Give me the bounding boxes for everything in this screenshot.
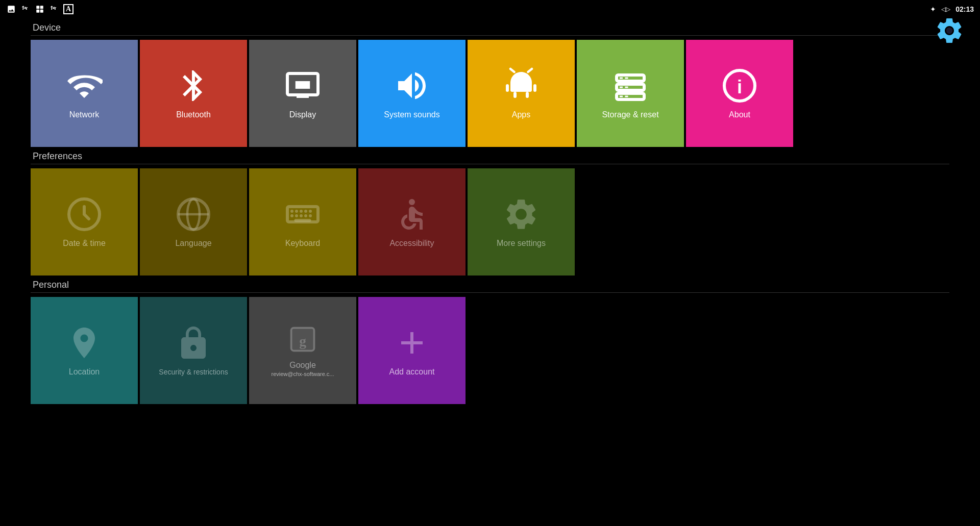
photo-icon (6, 4, 16, 14)
display-icon (284, 67, 321, 104)
gear-overlay (934, 15, 965, 46)
svg-text:g: g (299, 333, 306, 349)
google-sublabel: review@chx-software.c... (271, 371, 334, 377)
svg-rect-13 (506, 84, 509, 92)
time-display: 02:13 (955, 5, 974, 13)
app-icon (35, 4, 45, 14)
usb-icon (20, 4, 31, 14)
apps-label: Apps (512, 110, 530, 119)
bt-status-icon: ✦ (930, 5, 936, 13)
keyboard-icon (284, 196, 321, 233)
svg-rect-1 (40, 6, 43, 9)
svg-rect-19 (625, 78, 628, 79)
about-icon: i (721, 67, 758, 104)
date-time-label: Date & time (63, 239, 106, 248)
more-settings-label: More settings (497, 239, 546, 248)
personal-section-header: Personal (31, 280, 949, 293)
preferences-section: Preferences Date & time Language (31, 151, 949, 275)
google-tile[interactable]: g Google review@chx-software.c... (249, 297, 356, 404)
wifi-icon (66, 67, 103, 104)
storage-tile[interactable]: Storage & reset (577, 40, 684, 147)
bluetooth-tile[interactable]: Bluetooth (140, 40, 247, 147)
globe-icon (175, 196, 212, 233)
svg-rect-0 (36, 6, 39, 9)
security-label: Security & restrictions (155, 368, 232, 376)
status-icons-left: A (6, 4, 74, 14)
bluetooth-icon (175, 67, 212, 104)
language-label: Language (175, 239, 211, 248)
more-settings-icon (503, 196, 540, 233)
about-label: About (729, 110, 750, 119)
add-icon (394, 324, 430, 361)
network-tile[interactable]: Network (31, 40, 138, 147)
svg-rect-2 (36, 10, 39, 13)
storage-icon (612, 67, 649, 104)
svg-rect-25 (625, 96, 628, 97)
lock-icon (175, 325, 212, 362)
svg-line-16 (528, 69, 532, 72)
security-tile[interactable]: Security & restrictions (140, 297, 247, 404)
svg-rect-11 (513, 92, 517, 98)
accessibility-icon (394, 196, 430, 233)
storage-label: Storage & reset (602, 110, 658, 119)
personal-tiles-row: Location Security & restrictions g Googl… (31, 297, 949, 404)
arrows-icon: ◁▷ (941, 6, 950, 13)
svg-rect-24 (620, 96, 623, 97)
google-label: Google (289, 361, 316, 370)
preferences-tiles-row: Date & time Language Keyboard (31, 168, 949, 275)
display-tile[interactable]: Display (249, 40, 356, 147)
svg-text:i: i (737, 77, 742, 97)
apps-tile[interactable]: Apps (468, 40, 575, 147)
svg-rect-21 (620, 87, 623, 88)
keyboard-tile[interactable]: Keyboard (249, 168, 356, 275)
keyboard-label: Keyboard (285, 239, 321, 248)
svg-rect-22 (625, 87, 628, 88)
svg-rect-12 (526, 92, 529, 98)
location-tile[interactable]: Location (31, 297, 138, 404)
system-sounds-tile[interactable]: System sounds (358, 40, 465, 147)
svg-rect-6 (297, 81, 309, 89)
svg-point-44 (409, 199, 415, 205)
device-section: Device Network Bluetooth (31, 22, 949, 147)
device-section-header: Device (31, 22, 949, 36)
personal-section: Personal Location Security & restriction… (31, 280, 949, 404)
location-icon (66, 324, 103, 361)
svg-point-4 (946, 28, 953, 34)
accessibility-tile[interactable]: Accessibility (358, 168, 465, 275)
svg-rect-3 (40, 10, 43, 13)
sound-icon (394, 67, 430, 104)
date-time-tile[interactable]: Date & time (31, 168, 138, 275)
add-account-label: Add account (389, 367, 435, 377)
device-tiles-row: Network Bluetooth Display (31, 40, 949, 147)
language-tile[interactable]: Language (140, 168, 247, 275)
preferences-section-header: Preferences (31, 151, 949, 164)
network-label: Network (69, 110, 100, 119)
a-icon: A (63, 4, 74, 14)
about-tile[interactable]: i About (686, 40, 793, 147)
apps-icon (503, 67, 540, 104)
main-content: Device Network Bluetooth (0, 18, 980, 404)
svg-rect-18 (620, 78, 623, 79)
svg-rect-14 (533, 84, 536, 92)
more-settings-tile[interactable]: More settings (468, 168, 575, 275)
display-label: Display (289, 110, 316, 119)
status-bar: A ✦ ◁▷ 02:13 (0, 0, 980, 18)
google-icon: g (287, 324, 318, 355)
accessibility-label: Accessibility (389, 239, 434, 248)
usb2-icon (49, 4, 59, 14)
bluetooth-label: Bluetooth (176, 110, 211, 119)
add-account-tile[interactable]: Add account (358, 297, 465, 404)
location-label: Location (69, 367, 100, 377)
svg-line-15 (510, 69, 514, 72)
status-icons-right: ✦ ◁▷ 02:13 (930, 5, 974, 13)
clock-icon (66, 196, 103, 233)
system-sounds-label: System sounds (384, 110, 439, 119)
